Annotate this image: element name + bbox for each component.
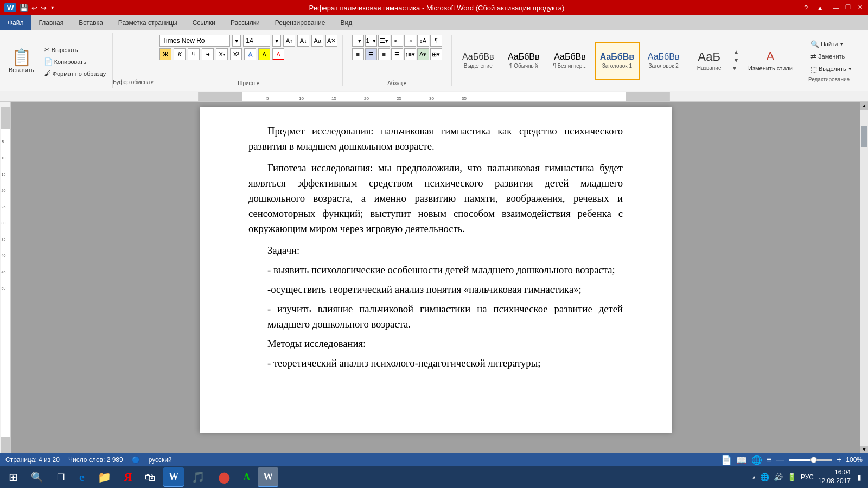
scroll-down-button[interactable]: ▼ — [860, 446, 868, 453]
taskbar-word-button1[interactable]: W — [163, 467, 184, 487]
borders-button[interactable]: ⊞▾ — [430, 48, 442, 60]
multilevel-list-button[interactable]: ☰▾ — [378, 35, 390, 47]
font-size-increase-button[interactable]: A↑ — [283, 35, 295, 47]
font-name-dropdown[interactable]: ▼ — [232, 35, 241, 47]
search-button[interactable]: 🔍 — [26, 467, 48, 487]
zoom-out-button[interactable]: — — [776, 455, 784, 465]
replace-button[interactable]: ⇄ Заменить — [808, 52, 854, 62]
cut-button[interactable]: ✂ Вырезать — [42, 44, 108, 55]
font-size-input[interactable] — [243, 35, 270, 47]
sort-button[interactable]: ↕A — [417, 35, 429, 47]
view-fullscreen-button[interactable]: 📖 — [736, 455, 747, 465]
format-painter-button[interactable]: 🖌 Формат по образцу — [42, 68, 108, 79]
line-spacing-button[interactable]: ↕≡▾ — [404, 48, 416, 60]
font-color-button[interactable]: A — [272, 48, 284, 60]
view-print-button[interactable]: 📄 — [721, 455, 732, 465]
zoom-thumb[interactable] — [810, 457, 817, 463]
font-name-input[interactable] — [159, 35, 230, 47]
style-no-spacing[interactable]: АаБбВв ¶ Без интер... — [547, 42, 592, 80]
align-center-button[interactable]: ☰ — [365, 48, 377, 60]
tab-mailing[interactable]: Рассылки — [223, 15, 267, 30]
tab-layout[interactable]: Разметка страницы — [111, 15, 185, 30]
shading-button[interactable]: A▾ — [417, 48, 429, 60]
style-title[interactable]: АаБ Название — [687, 42, 731, 80]
minimize-button[interactable]: — — [832, 4, 840, 11]
underline-button[interactable]: Ч — [188, 48, 200, 60]
clear-formatting-button[interactable]: A✕ — [326, 35, 337, 47]
media-button[interactable]: 🎵 — [186, 467, 210, 487]
battery-icon[interactable]: 🔋 — [787, 473, 796, 481]
decrease-indent-button[interactable]: ⇤ — [391, 35, 403, 47]
language-indicator[interactable]: русский — [149, 456, 172, 464]
edge-button[interactable]: e — [74, 467, 90, 487]
clipboard-expand-icon[interactable]: ▾ — [151, 80, 154, 85]
store-button[interactable]: 🛍 — [139, 467, 161, 487]
tray-expand[interactable]: ∧ — [752, 474, 756, 480]
show-desktop-button[interactable]: ▮ — [855, 473, 861, 481]
bold-button[interactable]: Ж — [159, 48, 171, 60]
increase-indent-button[interactable]: ⇥ — [404, 35, 416, 47]
paragraph-expand-icon[interactable]: ▾ — [404, 81, 406, 86]
text-highlight-button[interactable]: A — [258, 48, 270, 60]
files-button[interactable]: 📁 — [92, 467, 117, 487]
quick-access-undo[interactable]: ↩ — [31, 4, 37, 12]
zoom-level[interactable]: 100% — [846, 456, 863, 464]
scroll-up-button[interactable]: ▲ — [860, 102, 868, 110]
change-styles-button[interactable]: A Изменить стили — [746, 48, 795, 73]
tab-home[interactable]: Главная — [31, 15, 72, 30]
bullets-button[interactable]: ≡▾ — [352, 35, 364, 47]
scroll-track[interactable] — [860, 110, 868, 446]
align-left-button[interactable]: ≡ — [352, 48, 364, 60]
paste-button[interactable]: 📋 Вставить — [4, 44, 39, 77]
styles-scroll-up[interactable]: ▲ — [733, 48, 739, 56]
align-right-button[interactable]: ≡ — [378, 48, 390, 60]
view-outline-button[interactable]: ≡ — [767, 455, 771, 465]
tab-refs[interactable]: Ссылки — [185, 15, 223, 30]
tab-review[interactable]: Рецензирование — [267, 15, 333, 30]
help-icon[interactable]: ? — [804, 4, 808, 12]
styles-more[interactable]: ▾ — [733, 65, 739, 73]
styles-scroll-down[interactable]: ▼ — [733, 56, 739, 65]
view-web-button[interactable]: 🌐 — [751, 455, 762, 465]
find-button[interactable]: 🔍 Найти ▼ — [808, 39, 854, 49]
style-selection[interactable]: АаБбВв Выделение — [456, 42, 500, 80]
style-normal[interactable]: АаБбВв ¶ Обычный — [502, 42, 545, 80]
justify-button[interactable]: ☰ — [391, 48, 403, 60]
quick-access-save[interactable]: 💾 — [20, 4, 28, 12]
superscript-button[interactable]: X² — [230, 48, 242, 60]
quick-access-redo[interactable]: ↪ — [41, 4, 47, 12]
copy-button[interactable]: 📄 Копировать — [42, 56, 108, 67]
restore-button[interactable]: ❐ — [844, 4, 852, 11]
volume-icon[interactable]: 🔊 — [774, 473, 783, 481]
task-view-button[interactable]: ❐ — [50, 467, 72, 487]
spell-check-icon[interactable]: 🔵 — [132, 456, 140, 464]
subscript-button[interactable]: X₂ — [216, 48, 228, 60]
taskbar-word-button2[interactable]: W — [258, 467, 278, 487]
style-heading1[interactable]: АаБбВв Заголовок 1 — [595, 42, 640, 80]
font-expand-icon[interactable]: ▾ — [257, 81, 259, 86]
tab-insert[interactable]: Вставка — [71, 15, 111, 30]
yandex-button[interactable]: Я — [119, 467, 137, 487]
numbering-button[interactable]: 1≡▾ — [365, 35, 377, 47]
text-effects-button[interactable]: A — [244, 48, 256, 60]
font-size-decrease-button[interactable]: A↓ — [297, 35, 309, 47]
language-tray[interactable]: РУС — [801, 473, 814, 481]
tab-view[interactable]: Вид — [333, 15, 360, 30]
quick-access-dropdown[interactable]: ▼ — [50, 5, 55, 10]
start-button[interactable]: ⊞ — [2, 467, 24, 487]
clock[interactable]: 16:04 12.08.2017 — [818, 468, 851, 485]
select-button[interactable]: ⬚ Выделить ▼ — [808, 64, 854, 74]
close-button[interactable]: ✕ — [856, 4, 864, 11]
zoom-slider[interactable] — [789, 459, 832, 461]
zoom-in-button[interactable]: + — [837, 455, 841, 465]
font-size-dropdown[interactable]: ▼ — [272, 35, 281, 47]
italic-button[interactable]: К — [174, 48, 186, 60]
chrome-button[interactable]: ⬤ — [213, 467, 235, 487]
tab-file[interactable]: Файл — [0, 15, 31, 30]
network-icon[interactable]: 🌐 — [760, 473, 769, 481]
kaspersky-button[interactable]: A — [238, 467, 256, 487]
change-case-button[interactable]: Аа — [311, 35, 323, 47]
show-formatting-button[interactable]: ¶ — [430, 35, 442, 47]
style-heading2[interactable]: АаБбВв Заголовок 2 — [642, 42, 685, 80]
scroll-thumb[interactable] — [861, 126, 867, 147]
